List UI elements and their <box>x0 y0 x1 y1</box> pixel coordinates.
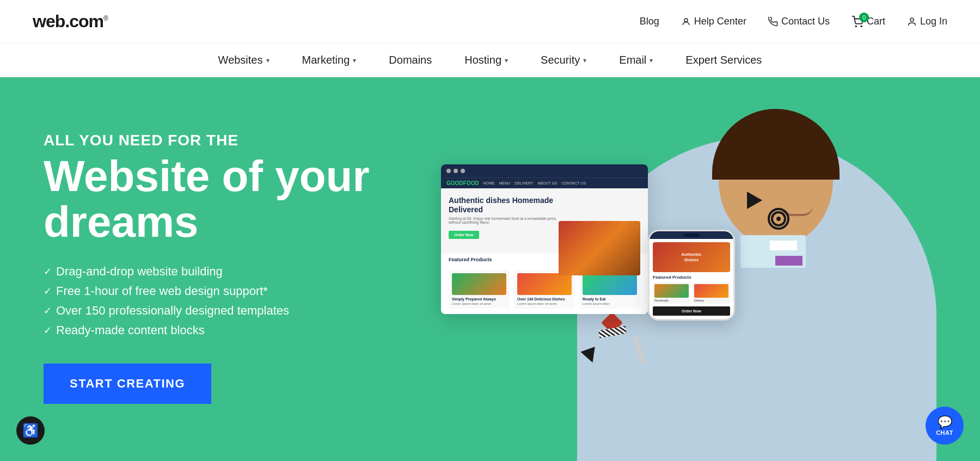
checkmark-icon: ✓ <box>44 305 52 317</box>
chevron-down-icon: ▾ <box>650 57 653 64</box>
accessibility-icon: ♿ <box>22 423 39 438</box>
mockup-product-1: Simply Prepared Always Lorem ipsum dolor… <box>449 270 510 309</box>
purple-rect-deco <box>775 256 803 266</box>
phone-product-1-text: Homemade <box>654 299 689 302</box>
hero-title: Website of your dreams <box>44 153 425 245</box>
nav-websites-label: Websites <box>218 54 263 66</box>
chevron-down-icon: ▾ <box>353 57 356 64</box>
logo[interactable]: web.com® <box>33 11 108 32</box>
phone-hero-text: AuthenticDishes <box>682 252 702 262</box>
phone-products: Homemade Delivery <box>653 282 730 304</box>
mockup-dot-1 <box>446 169 451 173</box>
phone-cta-btn[interactable]: Order Now <box>653 306 730 316</box>
feature-2-text: Free 1-hour of free web design support* <box>56 284 268 298</box>
mockup-nav-link: CONTACT US <box>561 181 586 185</box>
logo-text: web.com <box>33 11 103 31</box>
nav-expert-services-label: Expert Services <box>685 54 762 66</box>
svg-point-1 <box>855 26 856 27</box>
nav-websites[interactable]: Websites ▾ <box>202 44 286 77</box>
hero-section: ALL YOU NEED FOR THE Website of your dre… <box>0 77 980 461</box>
nav-expert-services[interactable]: Expert Services <box>669 44 778 77</box>
svg-point-2 <box>861 26 862 27</box>
feature-1-text: Drag-and-drop website building <box>56 265 223 279</box>
nav-marketing[interactable]: Marketing ▾ <box>286 44 373 77</box>
start-creating-button[interactable]: START CREATING <box>44 364 211 404</box>
accessibility-button[interactable]: ♿ <box>16 416 45 445</box>
nav-email[interactable]: Email ▾ <box>603 44 669 77</box>
chat-label: CHAT <box>936 429 953 436</box>
contact-us-link[interactable]: Contact Us <box>768 16 830 27</box>
checkmark-icon: ✓ <box>44 266 52 278</box>
product-3-title: Ready to Eat <box>583 297 637 301</box>
blog-label: Blog <box>640 16 659 27</box>
mockup-cta-btn[interactable]: Order Now <box>449 231 479 239</box>
phone-product-1-img <box>654 284 689 298</box>
nav-hosting[interactable]: Hosting ▾ <box>448 44 524 77</box>
main-nav: Websites ▾ Marketing ▾ Domains Hosting ▾… <box>0 44 980 77</box>
phone-hero-image: AuthenticDishes <box>653 242 730 272</box>
svg-point-3 <box>910 18 914 21</box>
phone-icon <box>768 17 778 27</box>
mockup-nav-link: MENU <box>499 181 510 185</box>
mockup-food-image <box>559 221 640 275</box>
product-1-image <box>452 273 506 295</box>
mockup-product-3: Ready to Eat Lorem ipsum dolor <box>579 270 640 309</box>
product-2-image <box>517 273 572 295</box>
chevron-down-icon: ▾ <box>505 57 508 64</box>
phone-mockup: AuthenticDishes Featured Products Homema… <box>648 230 735 321</box>
nav-domains-label: Domains <box>389 54 432 66</box>
nav-security-label: Security <box>541 54 580 66</box>
help-center-link[interactable]: Help Center <box>681 16 746 27</box>
mockup-nav: GOODFOOD HOME MENU DELIVERY ABOUT US CON… <box>441 177 648 188</box>
mockup-hero-sub: Starting at $5. Enjoy real homemade food… <box>449 217 561 224</box>
hero-feature-2: ✓ Free 1-hour of free web design support… <box>44 284 425 298</box>
product-3-text: Lorem ipsum dolor <box>583 302 637 305</box>
nav-hosting-label: Hosting <box>464 54 501 66</box>
mockup-nav-link: DELIVERY <box>514 181 534 185</box>
login-label: Log In <box>920 16 947 27</box>
mockup-dot-2 <box>454 169 458 173</box>
mockup-hero: Authentic dishes Homemade Delivered Star… <box>441 188 648 254</box>
phone-product-2-img <box>694 284 728 298</box>
product-1-title: Simply Prepared Always <box>452 297 506 301</box>
white-rect-deco <box>770 241 797 250</box>
hero-eyebrow: ALL YOU NEED FOR THE <box>44 132 425 149</box>
product-1-text: Lorem ipsum dolor sit amet <box>452 302 506 305</box>
phone-product-1: Homemade <box>653 282 690 304</box>
target-deco <box>768 208 789 230</box>
nav-marketing-label: Marketing <box>302 54 350 66</box>
mockup-topbar <box>441 164 648 177</box>
hero-feature-4: ✓ Ready-made content blocks <box>44 323 425 337</box>
cart-badge: 0 <box>859 13 869 22</box>
hero-visual: GOODFOOD HOME MENU DELIVERY ABOUT US CON… <box>425 121 936 461</box>
nav-domains[interactable]: Domains <box>372 44 448 77</box>
user-icon <box>681 17 691 27</box>
phone-notch <box>683 233 700 237</box>
nav-email-label: Email <box>619 54 646 66</box>
chat-button[interactable]: 💬 CHAT <box>926 407 964 445</box>
hero-features: ✓ Drag-and-drop website building ✓ Free … <box>44 265 425 337</box>
website-mockup: GOODFOOD HOME MENU DELIVERY ABOUT US CON… <box>441 164 648 314</box>
logo-sup: ® <box>103 15 108 22</box>
login-link[interactable]: Log In <box>907 16 947 27</box>
mockup-logo: GOODFOOD <box>446 180 479 186</box>
mockup-nav-link: HOME <box>483 181 494 185</box>
product-2-title: Over 140 Delicious Dishes <box>517 297 572 301</box>
mockup-hero-title: Authentic dishes Homemade Delivered <box>449 196 561 214</box>
phone-body: AuthenticDishes Featured Products Homema… <box>650 239 733 319</box>
hero-content: ALL YOU NEED FOR THE Website of your dre… <box>44 121 425 404</box>
mockup-nav-links: HOME MENU DELIVERY ABOUT US CONTACT US <box>483 181 586 185</box>
account-icon <box>907 17 917 27</box>
arrow-right-deco <box>747 192 762 209</box>
phone-featured-label: Featured Products <box>653 275 730 280</box>
cart-wrapper[interactable]: 0 Cart <box>852 16 885 28</box>
nav-security[interactable]: Security ▾ <box>524 44 603 77</box>
person-hair <box>712 109 840 180</box>
checkmark-icon: ✓ <box>44 285 52 297</box>
phone-header <box>650 231 733 239</box>
help-center-label: Help Center <box>694 16 746 27</box>
product-3-image <box>583 273 637 295</box>
blog-link[interactable]: Blog <box>640 16 659 27</box>
mockup-dot-3 <box>461 169 465 173</box>
chevron-down-icon: ▾ <box>583 57 586 64</box>
